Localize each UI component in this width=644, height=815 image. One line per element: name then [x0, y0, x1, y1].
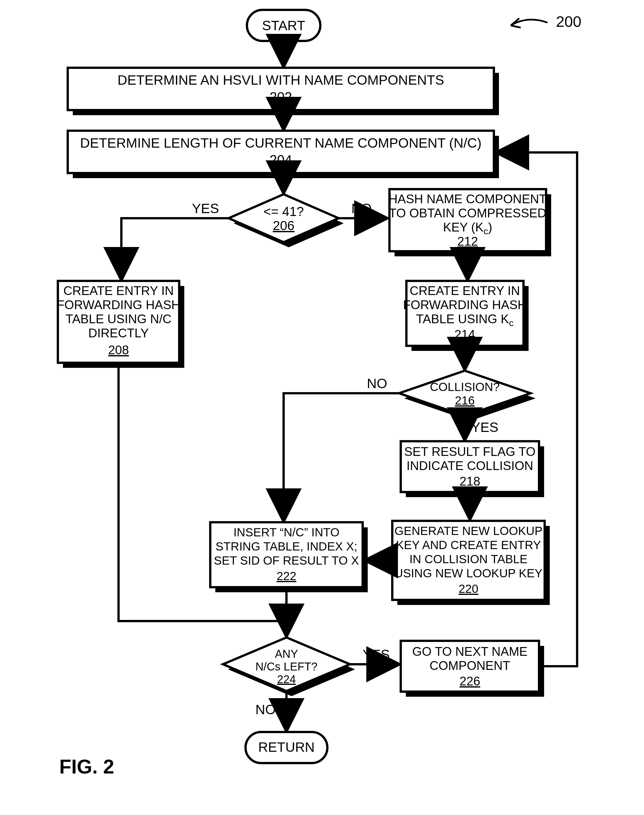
node-214: CREATE ENTRY IN FORWARDING HASH TABLE US…	[403, 281, 529, 351]
svg-text:214: 214	[454, 327, 475, 341]
label-yes: YES	[363, 647, 390, 662]
svg-text:226: 226	[460, 674, 480, 688]
flowchart-diagram: 200 START DETERMINE AN HSVLI WITH NAME C…	[0, 0, 644, 815]
start-node: START	[247, 10, 320, 41]
node-220: GENERATE NEW LOOKUP KEY AND CREATE ENTRY…	[392, 521, 550, 605]
svg-text:FORWARDING HASH: FORWARDING HASH	[403, 298, 527, 312]
label-no: NO	[255, 702, 276, 717]
svg-text:HASH NAME COMPONENT: HASH NAME COMPONENT	[389, 192, 547, 206]
svg-text:COLLISION?: COLLISION?	[430, 380, 500, 393]
node-222: INSERT “N/C” INTO STRING TABLE, INDEX X;…	[210, 522, 368, 592]
svg-text:204: 204	[270, 152, 292, 167]
svg-text:SET SID OF RESULT TO X: SET SID OF RESULT TO X	[214, 554, 359, 567]
svg-text:208: 208	[108, 343, 129, 357]
svg-text:206: 206	[273, 218, 294, 233]
svg-text:INDICATE COLLISION: INDICATE COLLISION	[406, 459, 533, 473]
return-label: RETURN	[258, 740, 315, 755]
node-204: DETERMINE LENGTH OF CURRENT NAME COMPONE…	[68, 131, 499, 178]
svg-text:FORWARDING HASH: FORWARDING HASH	[57, 298, 180, 312]
node-226: GO TO NEXT NAME COMPONENT 226	[401, 641, 544, 697]
node-224: ANY N/Cs LEFT? 224	[223, 637, 355, 696]
label-no: NO	[351, 201, 372, 216]
svg-text:N/Cs LEFT?: N/Cs LEFT?	[255, 660, 317, 673]
svg-text:TO OBTAIN COMPRESSED: TO OBTAIN COMPRESSED	[389, 206, 546, 220]
svg-text:TABLE USING Kc: TABLE USING Kc	[416, 312, 513, 328]
figure-ref: 200	[511, 13, 581, 30]
node-216: COLLISION? 216	[399, 371, 536, 421]
svg-text:SET RESULT FLAG TO: SET RESULT FLAG TO	[404, 445, 535, 459]
svg-text:<= 41?: <= 41?	[263, 204, 304, 219]
svg-text:DETERMINE AN HSVLI WITH NAME C: DETERMINE AN HSVLI WITH NAME COMPONENTS	[117, 72, 444, 87]
svg-text:CREATE ENTRY IN: CREATE ENTRY IN	[409, 284, 520, 298]
edge-yes-206	[121, 218, 228, 279]
figure-label: FIG. 2	[59, 756, 114, 778]
svg-text:218: 218	[460, 474, 480, 488]
svg-text:DIRECTLY: DIRECTLY	[88, 326, 149, 340]
edge-no-216	[284, 393, 399, 521]
svg-text:GO TO NEXT NAME: GO TO NEXT NAME	[412, 645, 527, 658]
svg-text:GENERATE NEW LOOKUP: GENERATE NEW LOOKUP	[394, 524, 543, 537]
label-yes: YES	[192, 201, 219, 216]
svg-text:216: 216	[455, 394, 475, 407]
svg-text:TABLE USING N/C: TABLE USING N/C	[66, 312, 172, 326]
svg-text:222: 222	[276, 569, 296, 583]
label-yes: YES	[471, 420, 498, 435]
svg-text:CREATE ENTRY IN: CREATE ENTRY IN	[63, 284, 173, 298]
svg-text:IN COLLISION TABLE: IN COLLISION TABLE	[409, 553, 528, 566]
node-202: DETERMINE AN HSVLI WITH NAME COMPONENTS …	[68, 68, 499, 115]
svg-text:212: 212	[457, 234, 478, 248]
node-218: SET RESULT FLAG TO INDICATE COLLISION 21…	[401, 441, 544, 497]
svg-text:COMPONENT: COMPONENT	[429, 658, 510, 672]
svg-text:224: 224	[277, 673, 296, 685]
svg-text:INSERT “N/C” INTO: INSERT “N/C” INTO	[233, 526, 339, 539]
start-label: START	[262, 18, 305, 33]
figure-ref-number: 200	[556, 13, 581, 30]
svg-text:KEY AND CREATE ENTRY: KEY AND CREATE ENTRY	[396, 538, 541, 552]
svg-text:STRING TABLE, INDEX X;: STRING TABLE, INDEX X;	[216, 540, 357, 553]
svg-text:202: 202	[270, 89, 292, 104]
svg-text:220: 220	[458, 582, 478, 596]
svg-text:ANY: ANY	[275, 648, 298, 660]
node-208: CREATE ENTRY IN FORWARDING HASH TABLE US…	[57, 281, 184, 368]
label-no: NO	[367, 376, 387, 391]
return-node: RETURN	[245, 732, 327, 763]
svg-text:USING NEW LOOKUP KEY: USING NEW LOOKUP KEY	[394, 566, 543, 580]
node-206: <= 41? 206	[228, 194, 344, 247]
node-212: HASH NAME COMPONENT TO OBTAIN COMPRESSED…	[389, 189, 551, 256]
svg-text:DETERMINE LENGTH OF CURRENT NA: DETERMINE LENGTH OF CURRENT NAME COMPONE…	[80, 135, 481, 150]
